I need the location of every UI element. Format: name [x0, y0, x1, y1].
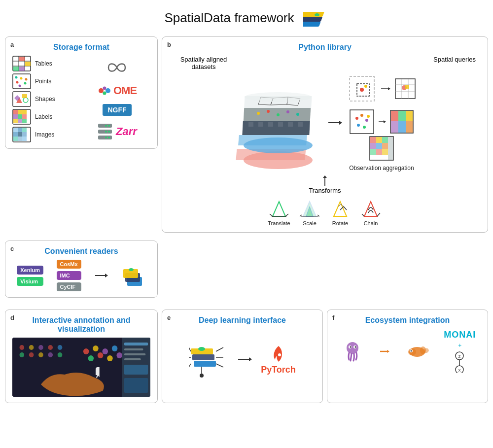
- panel-e-label: e: [167, 314, 171, 321]
- svg-rect-37: [18, 128, 22, 132]
- region-select-icon: [347, 74, 377, 103]
- dl-stack-arrows: [189, 334, 228, 383]
- svg-point-188: [354, 346, 356, 347]
- svg-rect-65: [268, 122, 273, 127]
- svg-rect-13: [13, 74, 31, 89]
- storage-types-list: Tables Points: [12, 56, 79, 142]
- panel-e: e Deep learning interface: [162, 310, 323, 403]
- svg-point-18: [25, 78, 28, 81]
- svg-rect-64: [258, 122, 263, 127]
- label-shapes: Shapes: [35, 96, 55, 103]
- points-icon: [12, 73, 31, 89]
- transform-rotate: Rotate: [329, 199, 352, 226]
- svg-point-157: [112, 345, 118, 351]
- svg-point-172: [198, 347, 205, 351]
- svg-point-74: [296, 113, 299, 116]
- storage-formats: OME NGFF: [84, 56, 150, 142]
- panel-a-label: a: [10, 41, 14, 48]
- svg-point-22: [23, 98, 28, 103]
- svg-point-19: [15, 76, 18, 79]
- svg-point-52: [108, 125, 110, 127]
- svg-rect-29: [13, 114, 18, 119]
- chain-icon: [359, 199, 382, 219]
- storage-row-labels: Labels: [12, 109, 79, 125]
- svg-marker-134: [364, 202, 377, 216]
- svg-text:x: x: [458, 368, 461, 373]
- badge-visium: Visium: [17, 277, 43, 286]
- svg-rect-169: [194, 361, 216, 367]
- svg-rect-168: [124, 378, 148, 393]
- transforms-row: Translate Scale: [268, 199, 382, 226]
- svg-rect-63: [248, 122, 253, 127]
- svg-point-55: [105, 131, 107, 133]
- svg-rect-110: [406, 121, 413, 133]
- labels-icon: [12, 109, 31, 125]
- readers-arrow: [94, 271, 108, 280]
- svg-point-146: [38, 345, 43, 350]
- reader-badges-col2: CosMx IMC CyCIF: [57, 260, 81, 291]
- svg-rect-44: [22, 137, 27, 141]
- dl-arrow: [237, 354, 252, 364]
- svg-point-155: [93, 345, 99, 351]
- obs-inputs: [350, 109, 414, 134]
- badge-xenium: Xenium: [17, 266, 43, 275]
- transforms-section: Transforms Translate: [169, 175, 481, 226]
- svg-rect-167: [124, 365, 148, 375]
- monai-area: MONAI + z x: [444, 330, 476, 373]
- panel-b-title: Python library: [169, 43, 481, 52]
- svg-rect-106: [398, 111, 406, 121]
- badge-imc: IMC: [57, 271, 81, 280]
- eco-content: MONAI + z x: [334, 330, 481, 373]
- svg-point-46: [103, 87, 106, 90]
- label-labels: Labels: [35, 113, 52, 120]
- reader-badges-col1: Xenium Visium: [17, 266, 43, 286]
- svg-line-173: [216, 347, 223, 351]
- svg-marker-133: [334, 202, 347, 216]
- svg-rect-39: [13, 132, 18, 137]
- b-subtitle-left: Spatially aligned datasets: [174, 56, 233, 70]
- svg-point-179: [200, 374, 204, 378]
- panel-a: a Storage format: [5, 36, 158, 149]
- svg-point-183: [278, 353, 281, 356]
- annotation-visualization: [12, 338, 150, 397]
- svg-point-150: [29, 352, 34, 357]
- panel-e-title: Deep learning interface: [199, 316, 286, 325]
- storage-row-shapes: Shapes: [12, 91, 79, 107]
- svg-marker-123: [323, 175, 327, 178]
- pytorch-logo: PyTorch: [261, 344, 296, 375]
- svg-rect-61: [238, 135, 307, 145]
- server-icon: [97, 123, 113, 140]
- scale-icon: [298, 199, 321, 219]
- svg-rect-112: [370, 137, 376, 143]
- svg-point-144: [19, 345, 24, 350]
- svg-point-156: [102, 348, 108, 354]
- annotation-svg: [12, 338, 150, 397]
- svg-rect-121: [388, 137, 393, 160]
- label-tables: Tables: [35, 60, 52, 67]
- title-row: SpatialData framework: [5, 5, 488, 31]
- label-points: Points: [35, 78, 51, 85]
- svg-point-151: [38, 352, 43, 357]
- dl-content: PyTorch: [189, 334, 296, 385]
- svg-marker-103: [384, 120, 386, 123]
- svg-rect-9: [19, 57, 25, 61]
- svg-point-48: [103, 92, 106, 95]
- layers-stack-svg: [234, 72, 322, 171]
- svg-point-73: [286, 110, 289, 113]
- eco-arrow1: [380, 347, 389, 355]
- svg-line-127: [285, 214, 288, 216]
- svg-rect-36: [13, 128, 18, 132]
- svg-point-195: [410, 350, 412, 351]
- svg-point-158: [88, 355, 94, 361]
- svg-point-148: [58, 345, 63, 350]
- transform-chain: Chain: [359, 199, 382, 226]
- obs-labels-grid: [369, 136, 394, 161]
- svg-rect-42: [13, 137, 18, 141]
- svg-rect-66: [278, 122, 283, 127]
- svg-rect-117: [382, 143, 388, 149]
- monai-plus: +: [458, 342, 461, 349]
- spatialdata-logo: [303, 5, 329, 31]
- svg-point-47: [106, 88, 110, 93]
- svg-point-56: [108, 137, 110, 138]
- squidpy-area: [339, 338, 366, 365]
